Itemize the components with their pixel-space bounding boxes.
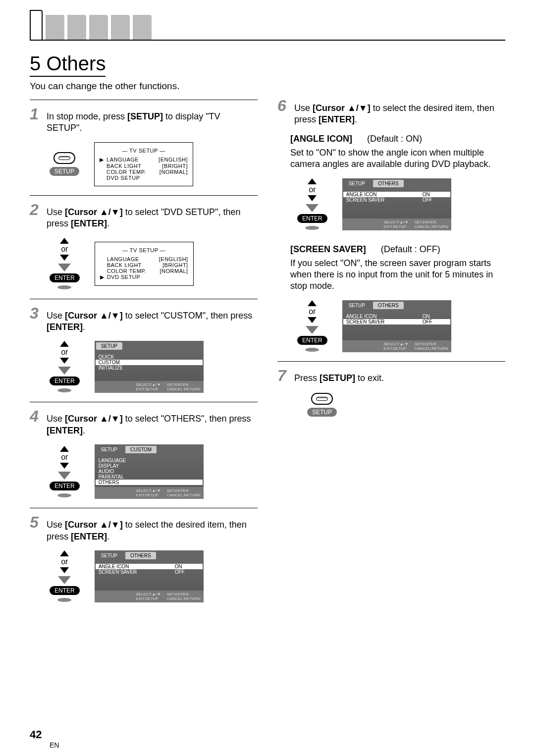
section-number: 5	[30, 53, 41, 74]
up-arrow-icon	[308, 300, 317, 306]
down-arrow-icon	[308, 317, 317, 323]
enter-label: ENTER	[297, 214, 327, 223]
page-number: 42	[30, 728, 42, 741]
up-arrow-icon	[60, 341, 69, 347]
step-text: Use [Cursor ▲/▼] to select "CUSTOM", the…	[47, 310, 258, 333]
svg-marker-13	[60, 567, 69, 573]
svg-marker-14	[58, 576, 71, 584]
svg-point-15	[57, 598, 71, 602]
page-section-tabs	[30, 15, 505, 41]
cursor-control: or ENTER	[50, 341, 80, 393]
step-number: 7	[277, 367, 290, 385]
cursor-control: or ENTER	[297, 300, 327, 352]
svg-marker-4	[60, 341, 69, 347]
osd-tv-setup: — TV SETUP — LANGUAGE[ENGLISH] BACK LIGH…	[95, 242, 194, 286]
up-arrow-icon	[308, 178, 317, 184]
cursor-control: or ENTER	[50, 446, 80, 498]
setting-angle-desc: Set to "ON" to show the angle icon when …	[290, 147, 505, 170]
svg-marker-8	[60, 446, 69, 452]
step-text: Use [Cursor ▲/▼] to select the desired i…	[47, 519, 258, 542]
oval-button-icon	[57, 285, 72, 290]
step-1: 1 In stop mode, press [SETUP] to display…	[30, 100, 258, 195]
or-label: or	[61, 453, 68, 462]
step-number: 4	[30, 407, 43, 426]
setup-remote-button: SETUP	[307, 393, 337, 417]
down-arrow-icon	[60, 463, 69, 469]
cursor-control: or ENTER	[297, 178, 327, 230]
up-arrow-icon	[60, 238, 69, 244]
enter-label: ENTER	[50, 377, 80, 385]
down-large-arrow-icon	[58, 472, 71, 480]
down-arrow-icon	[60, 255, 69, 261]
svg-marker-16	[308, 178, 317, 184]
cursor-control: or ENTER	[50, 550, 80, 602]
svg-marker-0	[60, 238, 69, 244]
step-2: 2 Use [Cursor ▲/▼] to select "DVD SETUP"…	[30, 195, 258, 299]
down-large-arrow-icon	[58, 576, 71, 584]
osd-others-saver: SETUPOTHERS ANGLE ICONON SCREEN SAVEROFF…	[342, 300, 451, 352]
osd-tv-setup: — TV SETUP — ▶LANGUAGE[ENGLISH] BACK LIG…	[94, 142, 193, 186]
oval-button-icon	[57, 388, 72, 393]
svg-point-7	[57, 388, 71, 392]
or-label: or	[61, 245, 68, 254]
svg-marker-21	[308, 317, 317, 323]
svg-point-11	[57, 493, 71, 497]
svg-point-3	[57, 285, 71, 289]
section-intro: You can change the other functions.	[30, 81, 505, 92]
tab	[133, 15, 152, 40]
svg-marker-2	[58, 264, 71, 271]
setting-angle-icon: [ANGLE ICON] (Default : ON)	[290, 134, 505, 144]
or-label: or	[61, 348, 68, 357]
tab	[46, 15, 64, 40]
down-large-arrow-icon	[58, 264, 71, 271]
step-number: 1	[30, 105, 43, 123]
section-title: 5 Others	[30, 53, 106, 77]
step-number: 6	[277, 97, 290, 115]
oval-button-icon	[305, 225, 320, 230]
setup-label: SETUP	[307, 408, 337, 417]
step-7: 7 Press [SETUP] to exit. SETUP	[277, 361, 505, 426]
svg-marker-5	[60, 358, 69, 364]
enter-label: ENTER	[50, 482, 80, 490]
tab	[67, 15, 86, 40]
svg-marker-9	[60, 463, 69, 469]
osd-custom-menu: SETUPCUSTOM LANGUAGE DISPLAY AUDIO PAREN…	[95, 444, 204, 499]
oval-button-icon	[305, 347, 320, 352]
enter-label: ENTER	[297, 336, 327, 345]
step-number: 2	[30, 201, 43, 219]
down-arrow-icon	[60, 567, 69, 573]
section-name: Others	[46, 53, 106, 74]
oval-button-icon	[57, 597, 72, 602]
svg-marker-18	[306, 204, 319, 212]
up-arrow-icon	[60, 446, 69, 452]
or-label: or	[61, 557, 68, 566]
setup-label: SETUP	[50, 167, 79, 176]
down-large-arrow-icon	[306, 326, 319, 334]
osd-others-menu: SETUPOTHERS ANGLE ICONON SCREEN SAVEROFF…	[95, 550, 204, 602]
page-language: EN	[50, 741, 59, 749]
svg-marker-10	[58, 472, 71, 480]
tab	[111, 15, 130, 40]
cursor-control: or ENTER	[50, 238, 80, 290]
svg-marker-1	[60, 255, 69, 261]
step-number: 5	[30, 513, 43, 532]
svg-marker-6	[58, 367, 71, 375]
svg-marker-12	[60, 550, 69, 556]
step-6: 6 Use [Cursor ▲/▼] to select the desired…	[277, 97, 505, 361]
tab-current	[30, 10, 43, 40]
down-large-arrow-icon	[58, 367, 71, 375]
setting-saver-desc: If you select "ON", the screen saver pro…	[290, 258, 505, 292]
setup-remote-button: SETUP	[50, 152, 79, 176]
down-arrow-icon	[60, 358, 69, 364]
enter-label: ENTER	[50, 273, 80, 282]
step-4: 4 Use [Cursor ▲/▼] to select "OTHERS", t…	[30, 402, 258, 508]
down-arrow-icon	[308, 195, 317, 201]
tab	[89, 15, 108, 40]
up-arrow-icon	[60, 550, 69, 556]
svg-point-19	[305, 226, 319, 230]
step-text: Use [Cursor ▲/▼] to select "OTHERS", the…	[47, 413, 258, 436]
oval-button-icon	[57, 493, 72, 498]
setting-screen-saver: [SCREEN SAVER] (Default : OFF)	[290, 244, 505, 255]
svg-point-23	[305, 348, 319, 352]
svg-marker-22	[306, 326, 319, 334]
